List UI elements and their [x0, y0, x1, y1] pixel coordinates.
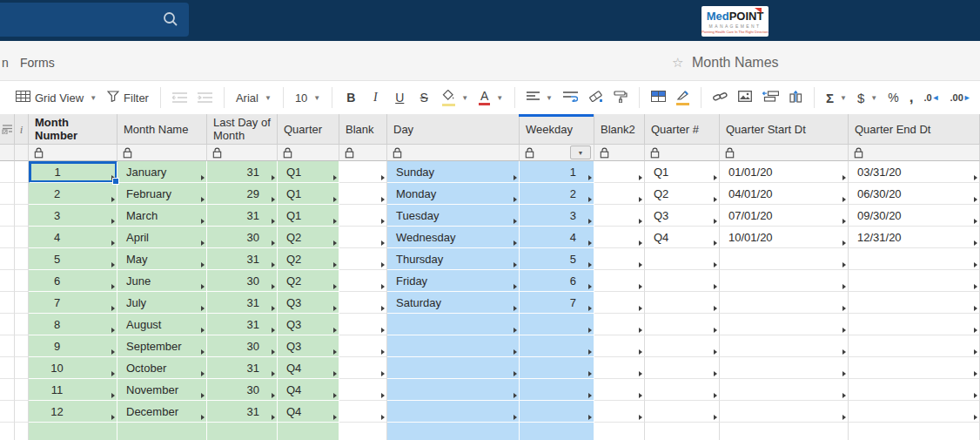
borders-button[interactable]	[646, 85, 671, 110]
cell-quarter_num-row1[interactable]: Q1	[645, 161, 720, 183]
cell-blank-row1[interactable]	[339, 161, 387, 183]
summary-sum-button[interactable]: Σ ▼	[821, 85, 852, 110]
cell-last_day-row2[interactable]: 29	[207, 183, 278, 205]
cell-last_day-row3[interactable]: 31	[207, 205, 278, 227]
cell-weekday-row11[interactable]	[520, 379, 594, 401]
cell-weekday-row3[interactable]: 3	[520, 205, 594, 227]
cell-quarter_num-row6[interactable]	[645, 270, 720, 292]
cell-blank2-row2[interactable]	[594, 183, 645, 205]
cell-quarter_num-row10[interactable]	[645, 357, 720, 379]
cell-month_name-row7[interactable]: July	[117, 292, 207, 314]
row-gutter-cell[interactable]	[15, 379, 29, 401]
cell-day-row10[interactable]	[387, 357, 520, 379]
cell-quarter-row11[interactable]: Q4	[278, 379, 339, 401]
column-header-weekday[interactable]: Weekday	[520, 114, 594, 145]
cell-blank2-row11[interactable]	[594, 379, 645, 401]
cell-quarter-row13[interactable]	[278, 423, 339, 440]
column-header-day[interactable]: Day	[387, 114, 520, 145]
date-format-button[interactable]: 31 ▼	[977, 85, 980, 110]
cell-q_start-row4[interactable]: 10/01/20	[720, 227, 849, 248]
cell-quarter-row10[interactable]: Q4	[278, 357, 339, 379]
cell-blank2-row12[interactable]	[594, 401, 645, 423]
menu-item-partial[interactable]: n	[2, 56, 9, 70]
cell-day-row9[interactable]	[387, 335, 520, 357]
cell-last_day-row1[interactable]: 31	[207, 161, 278, 183]
currency-format-button[interactable]: $ ▼	[852, 85, 883, 110]
cell-q_end-row7[interactable]	[849, 292, 980, 314]
cell-month_name-row2[interactable]: February	[117, 183, 207, 205]
cell-q_end-row10[interactable]	[849, 357, 980, 379]
cell-weekday-row13[interactable]	[520, 423, 594, 440]
move-row-button[interactable]	[784, 85, 808, 110]
cell-weekday-row5[interactable]: 5	[520, 248, 594, 270]
wrap-text-button[interactable]	[558, 85, 583, 110]
cell-blank-row8[interactable]	[339, 314, 387, 335]
cell-quarter_num-row13[interactable]	[645, 423, 720, 440]
cell-quarter-row1[interactable]: Q1	[278, 161, 339, 183]
cell-month_name-row10[interactable]: October	[117, 357, 207, 379]
cell-month_name-row9[interactable]: September	[117, 335, 207, 357]
cell-month_name-row1[interactable]: January	[117, 161, 207, 183]
cell-day-row2[interactable]: Monday	[387, 183, 520, 205]
format-painter-button[interactable]	[608, 85, 633, 110]
cell-month_name-row5[interactable]: May	[117, 248, 207, 270]
filter-dropdown-button[interactable]: ▼	[570, 146, 591, 159]
cell-weekday-row6[interactable]: 6	[520, 270, 594, 292]
cell-q_end-row2[interactable]: 06/30/20	[849, 183, 980, 205]
cell-day-row12[interactable]	[387, 401, 520, 423]
cell-last_day-row5[interactable]: 31	[207, 248, 278, 270]
row-gutter-cell[interactable]	[15, 401, 29, 423]
cell-quarter-row9[interactable]: Q3	[278, 335, 339, 357]
cell-blank2-row1[interactable]	[594, 161, 645, 183]
row-gutter-cell[interactable]	[0, 183, 15, 205]
cell-day-row1[interactable]: Sunday	[387, 161, 520, 183]
cell-q_start-row3[interactable]: 07/01/20	[720, 205, 849, 227]
row-gutter-cell[interactable]	[15, 314, 29, 335]
cell-quarter-row7[interactable]: Q3	[278, 292, 339, 314]
column-header-q_start[interactable]: Quarter Start Dt	[720, 114, 849, 145]
strikethrough-button[interactable]: S	[412, 85, 436, 110]
cell-last_day-row6[interactable]: 30	[207, 270, 278, 292]
cell-day-row3[interactable]: Tuesday	[387, 205, 520, 227]
cell-month_number-row8[interactable]: 8	[29, 314, 117, 335]
cell-month_name-row13[interactable]	[117, 423, 207, 440]
underline-button[interactable]: U	[387, 85, 412, 110]
cell-month_name-row11[interactable]: November	[117, 379, 207, 401]
cell-blank-row13[interactable]	[339, 423, 387, 440]
cell-blank-row4[interactable]	[339, 227, 387, 248]
cell-weekday-row7[interactable]: 7	[520, 292, 594, 314]
cell-weekday-row1[interactable]: 1	[520, 161, 594, 183]
cell-last_day-row7[interactable]: 31	[207, 292, 278, 314]
cell-day-row5[interactable]: Thursday	[387, 248, 520, 270]
row-gutter-cell[interactable]	[0, 205, 15, 227]
cell-last_day-row12[interactable]: 31	[207, 401, 278, 423]
search-icon[interactable]	[163, 11, 178, 30]
cell-blank2-row9[interactable]	[594, 335, 645, 357]
cell-q_start-row5[interactable]	[720, 248, 849, 270]
italic-button[interactable]: I	[363, 85, 387, 110]
cell-last_day-row9[interactable]: 30	[207, 335, 278, 357]
cell-blank-row6[interactable]	[339, 270, 387, 292]
cell-quarter-row4[interactable]: Q2	[278, 227, 339, 248]
cell-day-row13[interactable]	[387, 423, 520, 440]
cell-q_start-row1[interactable]: 01/01/20	[720, 161, 849, 183]
increase-decimal-button[interactable]: .00►	[945, 85, 977, 110]
row-gutter-cell[interactable]	[15, 423, 29, 440]
cell-quarter_num-row4[interactable]: Q4	[645, 227, 720, 248]
cell-month_number-row7[interactable]: 7	[29, 292, 117, 314]
cell-month_name-row3[interactable]: March	[117, 205, 207, 227]
search-input[interactable]	[0, 3, 189, 37]
cell-blank2-row7[interactable]	[594, 292, 645, 314]
cell-q_end-row8[interactable]	[849, 314, 980, 335]
row-gutter-cell[interactable]	[0, 292, 15, 314]
cell-day-row8[interactable]	[387, 314, 520, 335]
column-header-gutter_info[interactable]: i	[15, 114, 29, 145]
indent-button[interactable]	[192, 85, 218, 110]
cell-blank2-row13[interactable]	[594, 423, 645, 440]
cell-month_number-row2[interactable]: 2	[29, 183, 117, 205]
cell-quarter-row6[interactable]: Q2	[278, 270, 339, 292]
cell-q_start-row9[interactable]	[720, 335, 849, 357]
row-gutter-cell[interactable]	[15, 335, 29, 357]
row-gutter-cell[interactable]	[15, 205, 29, 227]
font-size-select[interactable]: 10▼	[290, 85, 326, 110]
